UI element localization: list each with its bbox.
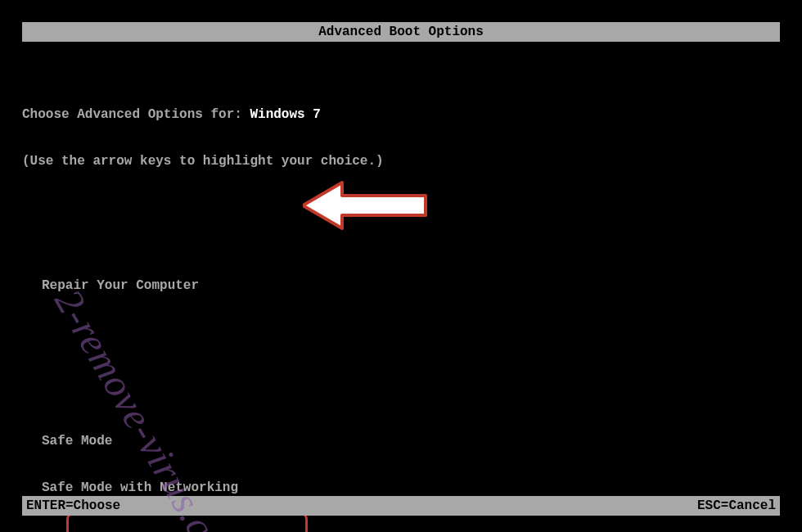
prompt-line: Choose Advanced Options for: Windows 7 bbox=[22, 107, 780, 123]
title-bar: Advanced Boot Options bbox=[22, 22, 780, 42]
option-safe-mode-networking[interactable]: Safe Mode with Networking bbox=[42, 480, 780, 496]
option-repair-your-computer[interactable]: Repair Your Computer bbox=[42, 278, 780, 294]
content-area: Choose Advanced Options for: Windows 7 (… bbox=[0, 42, 802, 532]
os-name: Windows 7 bbox=[250, 107, 320, 122]
footer-bar: ENTER=Choose ESC=Cancel bbox=[22, 496, 780, 516]
hint-line: (Use the arrow keys to highlight your ch… bbox=[22, 154, 780, 169]
prompt-prefix: Choose Advanced Options for: bbox=[22, 107, 250, 122]
footer-esc: ESC=Cancel bbox=[697, 498, 776, 513]
footer-enter: ENTER=Choose bbox=[26, 498, 120, 513]
option-group-repair: Repair Your Computer bbox=[42, 247, 780, 325]
option-safe-mode[interactable]: Safe Mode bbox=[42, 434, 780, 449]
page-title: Advanced Boot Options bbox=[318, 25, 484, 39]
